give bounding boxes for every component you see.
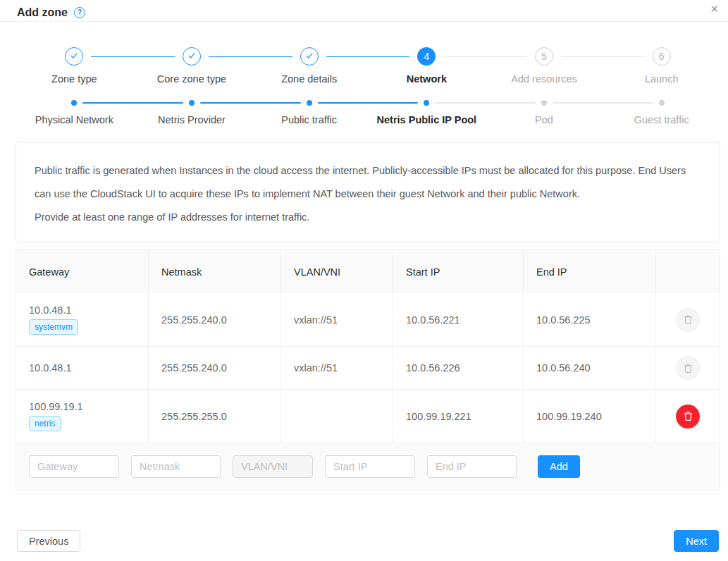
dialog-body: Zone type Core zone type — [0, 47, 728, 552]
table-row: 10.0.48.1 systemvm 255.255.240.0 vxlan:/… — [16, 293, 720, 346]
step-label: Zone details — [250, 73, 368, 85]
wizard-step-3: Zone details — [250, 47, 368, 85]
previous-button[interactable]: Previous — [17, 530, 80, 552]
provider-tag: netris — [29, 416, 61, 431]
cell-start-ip: 10.0.56.221 — [393, 293, 523, 346]
info-card: Public traffic is generated when Instanc… — [16, 142, 720, 242]
delete-range-button — [676, 356, 700, 380]
substep-label: Public traffic — [250, 114, 368, 125]
delete-range-button[interactable] — [676, 405, 700, 429]
column-header: Gateway — [16, 250, 148, 293]
network-substeps: Physical Network Netris Provider Public … — [16, 100, 720, 125]
gateway-value: 10.0.48.1 — [29, 362, 71, 374]
substep-dot — [541, 100, 547, 106]
substep-5: Pod — [486, 100, 603, 125]
cell-end-ip: 100.99.19.240 — [523, 390, 655, 443]
cell-start-ip: 100.99.19.221 — [393, 390, 523, 443]
check-icon — [69, 51, 79, 63]
column-header: Netmask — [148, 250, 280, 293]
step-number: 4 — [424, 51, 429, 62]
column-header: End IP — [523, 250, 655, 293]
cell-end-ip: 10.0.56.225 — [523, 293, 655, 346]
substep-label: Netris Provider — [133, 114, 251, 125]
substep-dot — [189, 100, 195, 106]
gateway-value: 100.99.19.1 — [29, 401, 83, 412]
wizard-steps: Zone type Core zone type — [16, 47, 720, 85]
step-number: 6 — [659, 51, 665, 62]
column-header: Start IP — [393, 250, 523, 293]
substep-label: Guest traffic — [603, 114, 720, 125]
cell-actions — [655, 390, 720, 443]
cell-gateway: 100.99.19.1 netris — [16, 390, 148, 443]
end-ip-input[interactable] — [427, 455, 517, 478]
cell-gateway: 10.0.48.1 systemvm — [16, 293, 148, 346]
step-circle — [300, 47, 319, 66]
cell-vlan: vxlan://51 — [280, 293, 393, 346]
column-header: VLAN/VNI — [280, 250, 393, 293]
step-label: Core zone type — [133, 73, 251, 85]
check-icon — [304, 51, 314, 63]
step-label: Network — [368, 73, 486, 85]
add-range-row: Add — [16, 443, 720, 490]
add-range-button[interactable]: Add — [538, 455, 580, 478]
step-circle: 6 — [653, 47, 671, 66]
cell-vlan: vxlan://51 — [280, 347, 393, 389]
table-body: 10.0.48.1 systemvm 255.255.240.0 vxlan:/… — [16, 293, 720, 443]
vlan-vni-input — [233, 455, 313, 478]
step-label: Zone type — [16, 73, 133, 85]
step-circle: 4 — [417, 47, 436, 66]
wizard-step-6: 6 Launch — [603, 47, 720, 85]
public-ip-range-table: Gateway Netmask VLAN/VNI Start IP End IP… — [16, 249, 720, 491]
cell-netmask: 255.255.240.0 — [148, 293, 280, 346]
column-header-actions — [655, 250, 720, 293]
table-row: 100.99.19.1 netris 255.255.255.0 100.99.… — [16, 389, 720, 443]
cell-netmask: 255.255.240.0 — [148, 347, 280, 389]
substep-label: Physical Network — [16, 114, 133, 125]
wizard-step-1: Zone type — [16, 47, 133, 85]
substep-dot — [307, 100, 312, 106]
step-label: Add resources — [486, 73, 603, 85]
substep-3: Public traffic — [250, 100, 368, 125]
cell-end-ip: 10.0.56.240 — [523, 347, 655, 389]
start-ip-input[interactable] — [325, 455, 415, 478]
close-icon[interactable]: ✕ — [710, 4, 719, 14]
substep-dot — [71, 100, 77, 106]
substep-6: Guest traffic — [603, 100, 720, 125]
cell-netmask: 255.255.255.0 — [148, 390, 280, 443]
cell-actions — [655, 347, 720, 389]
delete-range-button — [676, 308, 700, 332]
next-button[interactable]: Next — [674, 530, 719, 552]
substep-2: Netris Provider — [133, 100, 251, 125]
dialog-header: Add zone ? ✕ — [0, 0, 728, 22]
step-circle — [65, 47, 83, 66]
wizard-step-2: Core zone type — [133, 47, 251, 85]
substep-4: Netris Public IP Pool — [368, 100, 486, 125]
dialog-footer: Previous Next — [16, 530, 720, 552]
gateway-value: 10.0.48.1 — [29, 304, 71, 316]
cell-gateway: 10.0.48.1 — [16, 347, 148, 389]
wizard-step-5: 5 Add resources — [486, 47, 603, 85]
page-title: Add zone — [17, 6, 68, 19]
substep-1: Physical Network — [16, 100, 133, 125]
info-paragraph-1: Public traffic is generated when Instanc… — [35, 159, 701, 206]
info-paragraph-2: Provide at least one range of IP address… — [35, 206, 701, 229]
step-circle: 5 — [535, 47, 553, 66]
substep-dot — [659, 100, 665, 106]
step-label: Launch — [603, 73, 720, 85]
check-icon — [187, 51, 197, 63]
cell-vlan — [280, 390, 393, 443]
table-header-row: Gateway Netmask VLAN/VNI Start IP End IP — [16, 250, 720, 293]
wizard-step-4: 4 Network — [368, 47, 486, 85]
add-zone-dialog: Add zone ? ✕ Zone type — [0, 0, 728, 552]
gateway-input[interactable] — [29, 455, 119, 478]
cell-actions — [655, 293, 720, 346]
provider-tag: systemvm — [29, 319, 78, 335]
step-number: 5 — [541, 51, 547, 62]
step-circle — [183, 47, 201, 66]
substep-dot — [424, 100, 429, 106]
netmask-input[interactable] — [131, 455, 221, 478]
table-row: 10.0.48.1 255.255.240.0 vxlan://51 10.0.… — [16, 346, 720, 389]
substep-label: Pod — [486, 114, 603, 125]
help-icon[interactable]: ? — [74, 7, 85, 18]
cell-start-ip: 10.0.56.226 — [393, 347, 523, 389]
